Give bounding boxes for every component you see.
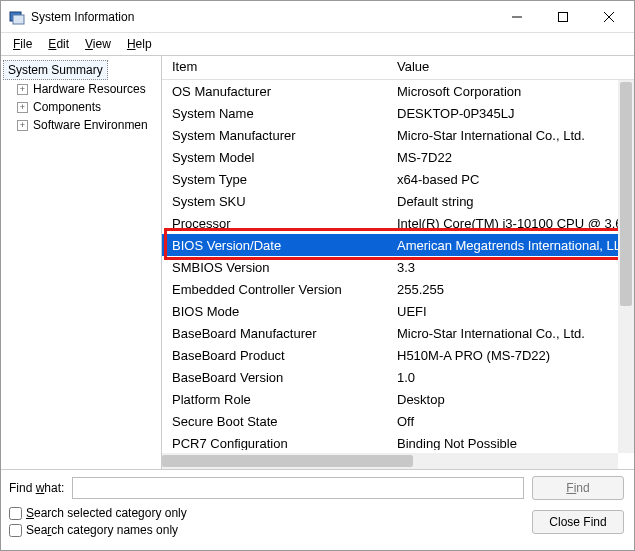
expand-icon[interactable]: + (17, 84, 28, 95)
find-button[interactable]: Find (532, 476, 624, 500)
check-selected-category[interactable]: Search selected category only (9, 506, 187, 520)
tree-item-label: Components (33, 100, 101, 114)
cell-item: OS Manufacturer (162, 84, 387, 99)
check-selected-category-box[interactable] (9, 507, 22, 520)
menu-edit[interactable]: Edit (40, 35, 77, 53)
table-row[interactable]: Embedded Controller Version255.255 (162, 278, 634, 300)
vertical-scroll-thumb[interactable] (620, 82, 632, 306)
category-tree[interactable]: System Summary +Hardware Resources+Compo… (1, 56, 162, 469)
table-row[interactable]: System Typex64-based PC (162, 168, 634, 190)
minimize-button[interactable] (494, 2, 540, 32)
cell-item: BaseBoard Product (162, 348, 387, 363)
menu-view[interactable]: View (77, 35, 119, 53)
cell-value: Intel(R) Core(TM) i3-10100 CPU @ 3.60GHz (387, 216, 634, 231)
app-icon (9, 9, 25, 25)
check-category-names[interactable]: Search category names only (9, 523, 187, 537)
horizontal-scrollbar[interactable] (162, 453, 618, 469)
expand-icon[interactable]: + (17, 102, 28, 113)
cell-value: Micro-Star International Co., Ltd. (387, 326, 634, 341)
cell-value: UEFI (387, 304, 634, 319)
detail-pane: Item Value OS ManufacturerMicrosoft Corp… (162, 56, 634, 469)
vertical-scrollbar[interactable] (618, 80, 634, 453)
cell-value: American Megatrends International, LLC. … (387, 238, 634, 253)
column-headers[interactable]: Item Value (162, 56, 634, 80)
cell-item: BaseBoard Version (162, 370, 387, 385)
detail-list[interactable]: OS ManufacturerMicrosoft CorporationSyst… (162, 80, 634, 450)
check-category-names-box[interactable] (9, 524, 22, 537)
cell-item: PCR7 Configuration (162, 436, 387, 451)
cell-item: BIOS Mode (162, 304, 387, 319)
cell-value: 255.255 (387, 282, 634, 297)
close-button[interactable] (586, 2, 632, 32)
cell-value: Binding Not Possible (387, 436, 634, 451)
table-row[interactable]: Secure Boot StateOff (162, 410, 634, 432)
table-row[interactable]: System ManufacturerMicro-Star Internatio… (162, 124, 634, 146)
content-area: System Summary +Hardware Resources+Compo… (1, 55, 634, 470)
titlebar[interactable]: System Information (1, 1, 634, 33)
table-row[interactable]: SMBIOS Version3.3 (162, 256, 634, 278)
cell-value: Desktop (387, 392, 634, 407)
cell-value: x64-based PC (387, 172, 634, 187)
close-find-button[interactable]: Close Find (532, 510, 624, 534)
cell-value: MS-7D22 (387, 150, 634, 165)
cell-item: System Name (162, 106, 387, 121)
cell-item: SMBIOS Version (162, 260, 387, 275)
tree-item[interactable]: +Hardware Resources (3, 80, 159, 98)
column-header-item[interactable]: Item (162, 56, 387, 79)
cell-item: System Type (162, 172, 387, 187)
cell-item: BIOS Version/Date (162, 238, 387, 253)
table-row[interactable]: OS ManufacturerMicrosoft Corporation (162, 80, 634, 102)
window-title: System Information (31, 10, 494, 24)
search-panel: Find what: Find Search selected category… (1, 470, 634, 541)
cell-item: BaseBoard Manufacturer (162, 326, 387, 341)
table-row[interactable]: BIOS Version/DateAmerican Megatrends Int… (162, 234, 634, 256)
table-row[interactable]: ProcessorIntel(R) Core(TM) i3-10100 CPU … (162, 212, 634, 234)
cell-item: Processor (162, 216, 387, 231)
cell-value: Microsoft Corporation (387, 84, 634, 99)
cell-item: Embedded Controller Version (162, 282, 387, 297)
horizontal-scroll-thumb[interactable] (162, 455, 413, 467)
table-row[interactable]: Platform RoleDesktop (162, 388, 634, 410)
svg-rect-3 (559, 12, 568, 21)
tree-item-label: Hardware Resources (33, 82, 146, 96)
table-row[interactable]: PCR7 ConfigurationBinding Not Possible (162, 432, 634, 450)
table-row[interactable]: BaseBoard ProductH510M-A PRO (MS-7D22) (162, 344, 634, 366)
cell-value: H510M-A PRO (MS-7D22) (387, 348, 634, 363)
cell-value: 3.3 (387, 260, 634, 275)
cell-value: DESKTOP-0P345LJ (387, 106, 634, 121)
cell-item: Platform Role (162, 392, 387, 407)
cell-value: Default string (387, 194, 634, 209)
maximize-button[interactable] (540, 2, 586, 32)
cell-item: System Manufacturer (162, 128, 387, 143)
tree-item[interactable]: +Components (3, 98, 159, 116)
table-row[interactable]: System SKUDefault string (162, 190, 634, 212)
menubar: File Edit View Help (1, 33, 634, 55)
table-row[interactable]: BaseBoard Version1.0 (162, 366, 634, 388)
tree-item[interactable]: +Software Environmen (3, 116, 159, 134)
cell-value: Off (387, 414, 634, 429)
table-row[interactable]: BIOS ModeUEFI (162, 300, 634, 322)
svg-rect-1 (13, 15, 24, 24)
cell-value: 1.0 (387, 370, 634, 385)
expand-icon[interactable]: + (17, 120, 28, 131)
cell-value: Micro-Star International Co., Ltd. (387, 128, 634, 143)
menu-file[interactable]: File (5, 35, 40, 53)
cell-item: Secure Boot State (162, 414, 387, 429)
cell-item: System Model (162, 150, 387, 165)
tree-item-label: Software Environmen (33, 118, 148, 132)
column-header-value[interactable]: Value (387, 56, 634, 79)
table-row[interactable]: BaseBoard ManufacturerMicro-Star Interna… (162, 322, 634, 344)
find-label: Find what: (9, 481, 64, 495)
table-row[interactable]: System ModelMS-7D22 (162, 146, 634, 168)
table-row[interactable]: System NameDESKTOP-0P345LJ (162, 102, 634, 124)
cell-item: System SKU (162, 194, 387, 209)
menu-help[interactable]: Help (119, 35, 160, 53)
find-input[interactable] (72, 477, 524, 499)
tree-root-system-summary[interactable]: System Summary (3, 60, 108, 80)
